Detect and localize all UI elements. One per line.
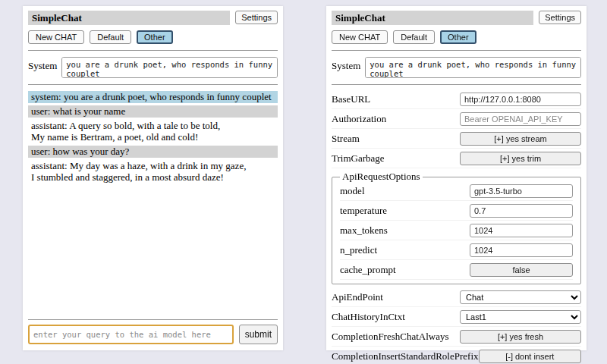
chat-messages: system: you are a drunk poet, who respon… (28, 91, 278, 313)
setting-row-completioninsertstandardroleprefix: CompletionInsertStandardRolePrefix[-] do… (332, 348, 581, 364)
setting-label-stream: Stream (332, 133, 360, 145)
setting-row-max-tokens: max_tokens (340, 222, 573, 240)
settings-area: BaseURLAuthorizationStream[+] yes stream… (332, 91, 581, 364)
setting-select-apiendpoint[interactable]: Chat (460, 290, 581, 304)
setting-row-temperature: temperature (340, 202, 573, 221)
setting-control-authorization (460, 112, 581, 126)
session-button-other[interactable]: Other (137, 30, 173, 44)
setting-control-temperature (470, 204, 573, 218)
setting-control-cache-prompt: false (470, 263, 573, 277)
page: SimpleChat Settings New CHAT Default Oth… (0, 0, 607, 350)
settings-button[interactable]: Settings (539, 11, 581, 24)
chat-panel-header: SimpleChat Settings (28, 11, 278, 25)
setting-control-max-tokens (470, 224, 573, 237)
new-chat-button[interactable]: New CHAT (332, 30, 388, 44)
setting-control-n-predict (470, 243, 573, 257)
settings-fields-bottom: ApiEndPointChatChatHistoryInCtxtLast1Com… (332, 289, 581, 364)
query-input[interactable] (28, 325, 234, 344)
toolbar: New CHAT Default Other (28, 30, 278, 44)
divider (332, 50, 581, 51)
chat-message-system: system: you are a drunk poet, who respon… (28, 91, 278, 103)
setting-row-stream: Stream[+] yes stream (332, 130, 581, 149)
session-button-other[interactable]: Other (440, 30, 476, 44)
app-title-bar: SimpleChat (332, 11, 533, 25)
setting-row-model: model (340, 183, 573, 201)
new-chat-button[interactable]: New CHAT (28, 30, 84, 44)
setting-row-baseurl: BaseURL (332, 91, 581, 109)
setting-control-model (470, 184, 573, 198)
system-prompt-input[interactable] (365, 57, 581, 78)
setting-row-trimgarbage: TrimGarbage[+] yes trim (332, 150, 581, 168)
system-row: System (28, 57, 278, 78)
setting-label-baseurl: BaseURL (332, 93, 370, 105)
setting-label-chathistoryinctxt: ChatHistoryInCtxt (332, 311, 405, 323)
setting-label-model: model (340, 185, 365, 197)
setting-button-completioninsertstandardroleprefix[interactable]: [-] dont insert (479, 350, 581, 363)
setting-row-authorization: Authorization (332, 111, 581, 129)
setting-label-completionfreshchatalways: CompletionFreshChatAlways (332, 331, 449, 343)
app-title-bar: SimpleChat (28, 11, 230, 25)
setting-input-model[interactable] (470, 184, 573, 198)
settings-fields-top: BaseURLAuthorizationStream[+] yes stream… (332, 91, 581, 168)
setting-input-max-tokens[interactable] (470, 224, 573, 237)
chat-panel: SimpleChat Settings New CHAT Default Oth… (23, 6, 283, 350)
system-row: System (332, 57, 581, 78)
divider (28, 50, 278, 51)
setting-label-temperature: temperature (340, 205, 387, 217)
settings-panel-header: SimpleChat Settings (332, 11, 581, 25)
setting-label-trimgarbage: TrimGarbage (332, 152, 385, 165)
setting-label-cache-prompt: cache_prompt (340, 264, 396, 276)
setting-row-apiendpoint: ApiEndPointChat (332, 289, 581, 307)
setting-button-completionfreshchatalways[interactable]: [+] yes fresh (460, 330, 581, 344)
chat-footer: submit (28, 313, 278, 346)
api-request-options-legend: ApiRequestOptions (340, 171, 423, 183)
chat-message-user: user: what is your name (28, 105, 278, 118)
settings-button[interactable]: Settings (235, 11, 278, 24)
setting-button-trimgarbage[interactable]: [+] yes trim (460, 152, 581, 165)
setting-label-authorization: Authorization (332, 113, 386, 125)
session-button-default[interactable]: Default (393, 30, 435, 44)
submit-button[interactable]: submit (239, 325, 278, 344)
setting-label-n-predict: n_predict (340, 244, 377, 256)
system-label: System (332, 57, 360, 72)
system-prompt-input[interactable] (61, 57, 278, 78)
system-label: System (28, 57, 57, 72)
chat-message-assistant: assistant: My day was a haze, with a dri… (28, 160, 278, 184)
setting-input-n-predict[interactable] (470, 243, 573, 257)
setting-label-apiendpoint: ApiEndPoint (332, 291, 383, 303)
setting-control-apiendpoint: Chat (460, 290, 581, 304)
setting-input-temperature[interactable] (470, 204, 573, 218)
chat-message-assistant: assistant: A query so bold, with a tale … (28, 120, 278, 143)
toolbar: New CHAT Default Other (332, 30, 581, 44)
setting-control-baseurl (460, 93, 581, 106)
query-row: submit (28, 325, 278, 344)
chat-message-user: user: how was your day? (28, 146, 278, 158)
divider (28, 319, 278, 320)
setting-label-completioninsertstandardroleprefix: CompletionInsertStandardRolePrefix (332, 350, 479, 362)
session-button-default[interactable]: Default (90, 30, 131, 44)
setting-select-chathistoryinctxt[interactable]: Last1 (460, 310, 581, 324)
setting-label-max-tokens: max_tokens (340, 224, 388, 237)
setting-row-completionfreshchatalways: CompletionFreshChatAlways[+] yes fresh (332, 328, 581, 347)
setting-input-authorization[interactable] (460, 112, 581, 126)
setting-row-n-predict: n_predict (340, 242, 573, 260)
app-title: SimpleChat (32, 12, 82, 24)
setting-control-chathistoryinctxt: Last1 (460, 310, 581, 324)
app-title: SimpleChat (335, 12, 385, 24)
api-request-options-fieldset: ApiRequestOptions modeltemperaturemax_to… (332, 171, 581, 284)
setting-control-trimgarbage: [+] yes trim (460, 152, 581, 165)
setting-control-completionfreshchatalways: [+] yes fresh (460, 330, 581, 344)
setting-row-chathistoryinctxt: ChatHistoryInCtxtLast1 (332, 309, 581, 327)
setting-button-cache-prompt[interactable]: false (470, 263, 573, 277)
api-request-options-fields: modeltemperaturemax_tokensn_predictcache… (340, 183, 573, 280)
setting-control-completioninsertstandardroleprefix: [-] dont insert (479, 350, 581, 363)
divider (28, 84, 278, 85)
settings-panel: SimpleChat Settings New CHAT Default Oth… (326, 6, 587, 350)
divider (332, 84, 581, 85)
setting-control-stream: [+] yes stream (460, 132, 581, 146)
setting-row-cache-prompt: cache_promptfalse (340, 262, 573, 280)
setting-input-baseurl[interactable] (460, 93, 581, 106)
setting-button-stream[interactable]: [+] yes stream (460, 132, 581, 146)
